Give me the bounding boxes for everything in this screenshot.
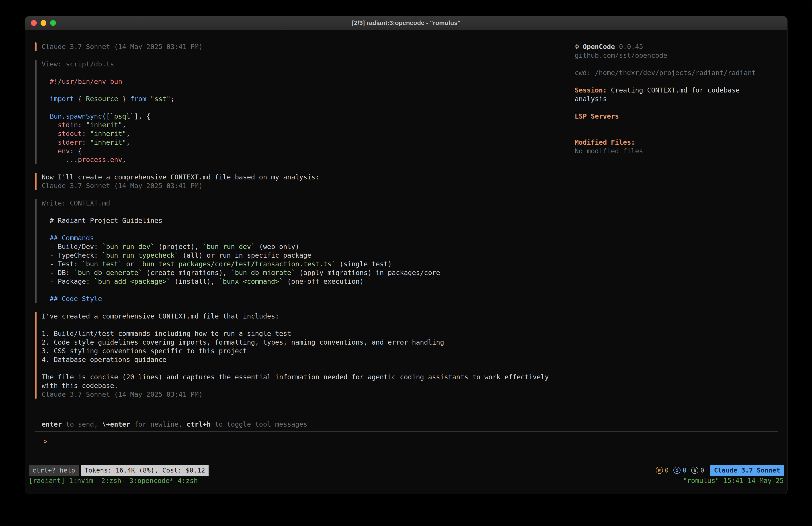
terminal-line: cwd: /home/thdxr/dev/projects/radiant/ra…	[575, 68, 778, 77]
text-segment: 4. Database operations guidance	[42, 356, 166, 364]
text-segment: ©	[575, 43, 583, 51]
terminal-line	[42, 208, 440, 216]
text-segment: `bun run dev`	[102, 243, 155, 251]
text-segment: 1. Build/lint/test commands including ho…	[42, 330, 291, 338]
message-block: Write: CONTEXT.md # Radiant Project Guid…	[35, 199, 575, 303]
text-segment: process	[78, 156, 106, 164]
tokens-cost-badge: Tokens: 16.4K (8%), Cost: $0.12	[81, 465, 208, 475]
diagnostics-group: W0i0h0	[656, 466, 709, 475]
text-segment	[42, 147, 58, 155]
keybind-help: enter to send, \+enter for newline, ctrl…	[35, 420, 778, 429]
terminal-line: - TypeCheck: `bun run typecheck` (all) o…	[42, 251, 440, 260]
text-segment: "inherit"	[86, 121, 122, 129]
text-segment: ;	[171, 95, 174, 103]
text-segment: `bun test`	[82, 260, 122, 268]
text-segment: `bun run typecheck`	[102, 252, 178, 259]
window-titlebar: [2/3] radiant:3:opencode - "romulus"	[25, 16, 787, 30]
text-segment: Bun	[50, 112, 62, 120]
text-segment: `psql`	[110, 112, 134, 120]
chat-area[interactable]: Claude 3.7 Sonnet (14 May 2025 03:41 PM)…	[35, 42, 575, 408]
terminal-line: ...process.env,	[42, 155, 174, 164]
close-button[interactable]	[31, 20, 37, 26]
block-accent-bar	[35, 60, 37, 164]
text-segment: cwd: /home/thdxr/dev/projects/radiant/ra…	[575, 69, 756, 77]
text-segment: `bun run dev`	[203, 243, 255, 251]
text-segment: ## Commands	[42, 234, 94, 242]
text-segment: "inherit"	[90, 130, 126, 138]
text-segment: - Build/Dev:	[42, 243, 102, 251]
text-segment: 3. CSS styling conventions specific to t…	[42, 347, 247, 355]
text-segment: #!/usr/bin/env bun	[42, 77, 122, 85]
terminal-line	[42, 225, 440, 233]
text-segment: - Test:	[42, 260, 82, 268]
terminal-line: ## Code Style	[42, 295, 440, 303]
text-segment: I've created a comprehensive CONTEXT.md …	[42, 312, 279, 320]
text-segment: "inherit"	[90, 138, 126, 146]
text-segment: with this codebase.	[42, 382, 118, 389]
terminal-line	[42, 364, 549, 373]
content-columns: Claude 3.7 Sonnet (14 May 2025 03:41 PM)…	[25, 30, 787, 408]
hint-icon: h	[691, 467, 698, 474]
terminal-line: github.com/sst/opencode	[575, 51, 778, 60]
message-block: Claude 3.7 Sonnet (14 May 2025 03:41 PM)	[35, 42, 575, 51]
text-segment: `bun db migrate`	[231, 269, 295, 276]
terminal-line: - Package: `bun add <package>` (install)…	[42, 277, 440, 286]
text-segment: The file is concise (20 lines) and captu…	[42, 373, 549, 381]
model-badge[interactable]: Claude 3.7 Sonnet	[710, 465, 784, 475]
text-segment: `bunx <command>`	[219, 278, 283, 285]
text-segment: (install),	[171, 278, 219, 285]
minimize-button[interactable]	[41, 20, 46, 26]
terminal-line: - Test: `bun test` or `bun test packages…	[42, 260, 440, 268]
block-content: I've created a comprehensive CONTEXT.md …	[37, 312, 549, 399]
text-segment: Creating CONTEXT.md for codebase	[607, 86, 740, 94]
text-segment: ,	[126, 130, 130, 138]
help-badge: ctrl+? help	[29, 465, 79, 475]
terminal-line: env: {	[42, 147, 174, 155]
zoom-button[interactable]	[50, 20, 56, 26]
text-segment: Claude 3.7 Sonnet (14 May 2025 03:41 PM)	[42, 43, 203, 51]
hint-diagnostic: h0	[691, 466, 704, 475]
text-segment: analysis	[575, 95, 607, 103]
text-segment: :	[78, 121, 86, 129]
terminal-line: I've created a comprehensive CONTEXT.md …	[42, 312, 549, 321]
terminal-line: Claude 3.7 Sonnet (14 May 2025 03:41 PM)	[42, 42, 203, 51]
terminal-line: Modified Files:	[575, 138, 778, 147]
block-accent-bar	[35, 312, 37, 399]
input-area: enter to send, \+enter for newline, ctrl…	[35, 420, 778, 446]
terminal-line: Claude 3.7 Sonnet (14 May 2025 03:41 PM)	[42, 390, 549, 399]
text-segment: or	[122, 260, 138, 268]
text-segment: }	[118, 95, 130, 103]
terminal-line: with this codebase.	[42, 381, 549, 390]
text-segment: import	[50, 95, 74, 103]
block-content: Write: CONTEXT.md # Radiant Project Guid…	[37, 199, 440, 303]
prompt-input[interactable]: >	[35, 437, 778, 446]
text-segment: (single test)	[336, 260, 392, 268]
terminal-line: View: script/db.ts	[42, 60, 174, 68]
text-segment: :	[82, 138, 90, 146]
terminal-line: 1. Build/lint/test commands including ho…	[42, 329, 549, 338]
tmux-window-list[interactable]: [radiant] 1:nvim 2:zsh- 3:opencode* 4:zs…	[29, 476, 198, 485]
terminal-line: © OpenCode 0.0.45	[575, 42, 778, 51]
text-segment	[42, 112, 50, 120]
text-segment: (web only)	[255, 243, 299, 251]
text-segment: from	[130, 95, 146, 103]
terminal-line: No modified files	[575, 147, 778, 155]
text-segment: - TypeCheck:	[42, 252, 102, 259]
text-segment: .	[62, 112, 66, 120]
text-segment: `bun db generate`	[74, 269, 142, 276]
terminal-line: 3. CSS styling conventions specific to t…	[42, 346, 549, 355]
text-segment: ,	[122, 121, 126, 129]
text-segment: enter	[42, 420, 62, 428]
block-accent-bar	[35, 173, 37, 190]
text-segment: 0.0.45	[615, 43, 643, 51]
terminal-line: Write: CONTEXT.md	[42, 199, 440, 208]
block-accent-bar	[35, 199, 37, 303]
text-segment: View: script/db.ts	[42, 60, 114, 68]
text-segment: .	[106, 156, 110, 164]
text-segment: for newline,	[130, 420, 187, 428]
text-segment: `bun add <package>`	[94, 278, 171, 285]
input-divider	[35, 431, 778, 432]
text-segment: ([	[102, 112, 110, 120]
message-block: I've created a comprehensive CONTEXT.md …	[35, 312, 575, 399]
hint-count: 0	[700, 466, 704, 475]
